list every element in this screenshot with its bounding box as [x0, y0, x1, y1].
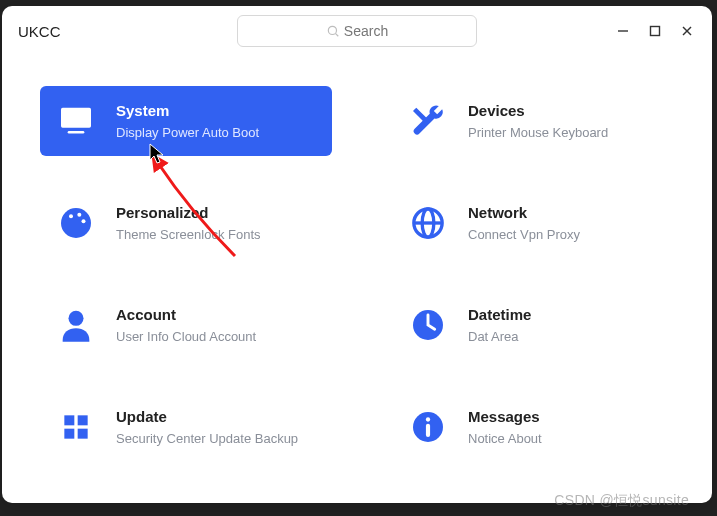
svg-rect-7 — [68, 131, 85, 134]
search-input[interactable]: Search — [237, 15, 477, 47]
category-messages[interactable]: Messages Notice About — [392, 392, 684, 462]
category-personalized[interactable]: Personalized Theme Screenlock Fonts — [40, 188, 332, 258]
category-subtitle: User Info Cloud Account — [116, 329, 256, 344]
svg-point-11 — [82, 219, 86, 223]
category-system[interactable]: System Display Power Auto Boot — [40, 86, 332, 156]
category-title: Messages — [468, 408, 542, 425]
svg-point-9 — [69, 214, 73, 218]
window-controls — [616, 24, 702, 38]
category-subtitle: Security Center Update Backup — [116, 431, 298, 446]
close-button[interactable] — [680, 24, 694, 38]
svg-point-15 — [69, 311, 84, 326]
category-network[interactable]: Network Connect Vpn Proxy — [392, 188, 684, 258]
category-title: Datetime — [468, 306, 531, 323]
category-subtitle: Display Power Auto Boot — [116, 125, 259, 140]
minimize-button[interactable] — [616, 24, 630, 38]
category-title: Account — [116, 306, 256, 323]
category-datetime[interactable]: Datetime Dat Area — [392, 290, 684, 360]
maximize-button[interactable] — [648, 24, 662, 38]
category-title: Devices — [468, 102, 608, 119]
search-icon — [326, 24, 340, 38]
category-grid: System Display Power Auto Boot Devices P… — [2, 56, 712, 503]
category-title: Network — [468, 204, 580, 221]
svg-point-18 — [426, 417, 430, 421]
control-center-window: UKCC Search System Display Power Auto Bo… — [2, 6, 712, 503]
category-subtitle: Connect Vpn Proxy — [468, 227, 580, 242]
category-update[interactable]: Update Security Center Update Backup — [40, 392, 332, 462]
monitor-icon — [54, 99, 98, 143]
globe-icon — [406, 201, 450, 245]
svg-rect-19 — [426, 424, 430, 437]
svg-rect-6 — [61, 108, 91, 128]
titlebar: UKCC Search — [2, 6, 712, 56]
svg-point-10 — [77, 213, 81, 217]
category-subtitle: Notice About — [468, 431, 542, 446]
category-title: Personalized — [116, 204, 261, 221]
search-placeholder: Search — [344, 23, 388, 39]
info-icon — [406, 405, 450, 449]
watermark: CSDN @恒悦sunsite — [554, 492, 689, 510]
svg-point-0 — [328, 26, 336, 34]
category-title: System — [116, 102, 259, 119]
svg-line-1 — [335, 34, 338, 37]
category-subtitle: Dat Area — [468, 329, 531, 344]
category-title: Update — [116, 408, 298, 425]
app-title: UKCC — [18, 23, 61, 40]
svg-rect-3 — [651, 27, 660, 36]
tools-icon — [406, 99, 450, 143]
user-icon — [54, 303, 98, 347]
category-subtitle: Printer Mouse Keyboard — [468, 125, 608, 140]
category-account[interactable]: Account User Info Cloud Account — [40, 290, 332, 360]
update-icon — [54, 405, 98, 449]
palette-icon — [54, 201, 98, 245]
category-devices[interactable]: Devices Printer Mouse Keyboard — [392, 86, 684, 156]
clock-icon — [406, 303, 450, 347]
category-subtitle: Theme Screenlock Fonts — [116, 227, 261, 242]
